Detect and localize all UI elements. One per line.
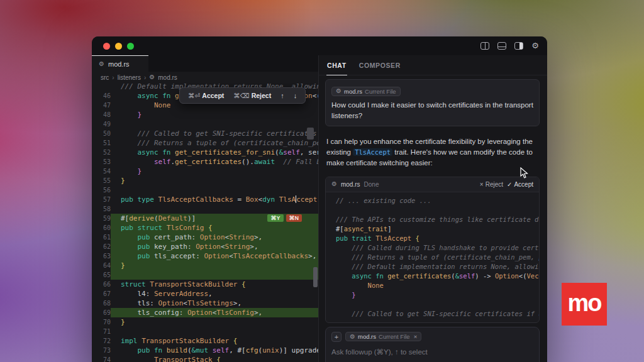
code-line: 59#[derive(Default)]⌘Y⌘N xyxy=(92,214,318,223)
code-line: None xyxy=(336,281,539,290)
previous-diff-arrow-icon[interactable]: ↑ xyxy=(280,92,284,99)
line-number: 61 xyxy=(92,233,111,242)
rust-file-icon: ⚙ xyxy=(149,74,155,80)
chat-input-placeholder[interactable]: Ask followup (⌘Y), ↑ to select xyxy=(331,348,533,356)
line-number: 64 xyxy=(92,261,111,270)
mo-logo: mo xyxy=(562,283,607,326)
chat-input-card[interactable]: + ⚙ mod.rs Current File × Ask followup (… xyxy=(325,327,540,362)
inline-code-tlsaccept: TlsAccept xyxy=(353,148,392,156)
accept-code-button[interactable]: ✓Accept xyxy=(507,181,533,188)
line-number: 70 xyxy=(92,317,111,327)
breadcrumb-src[interactable]: src xyxy=(101,74,109,81)
code-line: 49 xyxy=(92,119,318,129)
rust-file-icon: ⚙ xyxy=(99,61,104,67)
diff-shortcut-badges: ⌘Y⌘N xyxy=(267,214,302,222)
code-line: 70} xyxy=(92,317,318,327)
chip-filename: mod.rs xyxy=(344,88,362,95)
accept-diff-button[interactable]: ⌘⏎Accept xyxy=(188,92,224,99)
line-number: 73 xyxy=(92,346,111,355)
chip-filename: mod.rs xyxy=(358,333,376,340)
line-number: 46 xyxy=(92,91,111,101)
tab-mod-rs[interactable]: ⚙ mod.rs xyxy=(92,55,148,72)
zoom-window-button[interactable] xyxy=(127,43,134,50)
settings-gear-icon[interactable]: ⚙ xyxy=(531,42,539,50)
close-icon: × xyxy=(480,181,484,188)
code-card-status: Done xyxy=(364,181,379,188)
line-number: 67 xyxy=(92,289,111,299)
line-number: 55 xyxy=(92,176,111,185)
code-line: 73 pub fn build(&mut self, #[cfg(unix)] … xyxy=(92,346,318,355)
code-line xyxy=(336,206,539,215)
add-context-button[interactable]: + xyxy=(331,332,341,342)
line-number: 52 xyxy=(92,148,111,157)
traffic-lights xyxy=(92,43,134,50)
next-diff-arrow-icon[interactable]: ↓ xyxy=(294,92,297,99)
code-line: 66struct TransportStackBuilder { xyxy=(92,280,318,289)
breadcrumb-listeners[interactable]: listeners xyxy=(118,74,141,81)
reject-shortcut: ⌘⌫ xyxy=(233,92,249,99)
code-card-header: ⚙ mod.rs Done ×Reject ✓Accept xyxy=(326,177,539,192)
line-number: 62 xyxy=(92,242,111,251)
line-number: 59 xyxy=(92,214,111,223)
code-line: 56 xyxy=(92,185,318,195)
code-line: async fn get_certificates(&self) -> Opti… xyxy=(336,272,539,281)
titlebar: ⚙ xyxy=(92,36,547,55)
code-line: 57pub type TlsAcceptCallbacks = Box<dyn … xyxy=(92,195,318,204)
chat-scroll-area[interactable]: ⚙ mod.rs Current File How could I make i… xyxy=(319,75,547,362)
breadcrumb-mod-rs[interactable]: mod.rs xyxy=(158,74,177,81)
code-line: 69 tls_config: Option<TlsConfig>, xyxy=(92,308,318,317)
code-line: /// Called to get SNI-specific certifica… xyxy=(336,309,539,319)
accept-shortcut: ⌘⏎ xyxy=(188,92,200,99)
breadcrumb-separator: › xyxy=(144,74,146,81)
code-line: /// The APIs to customize things like ce… xyxy=(336,215,539,224)
code-line: 65 xyxy=(92,270,318,280)
split-editor-icon[interactable] xyxy=(480,42,489,50)
tab-composer[interactable]: COMPOSER xyxy=(358,62,401,75)
toggle-panel-icon[interactable] xyxy=(497,42,506,50)
breadcrumb[interactable]: src › listeners › ⚙ mod.rs xyxy=(92,72,318,83)
line-number: 72 xyxy=(92,336,111,346)
breadcrumb-separator: › xyxy=(112,74,114,81)
code-line: 53 self.get_certificates().await // Fall… xyxy=(92,157,318,167)
code-line: pub trait TlsAccept { xyxy=(336,234,539,243)
code-card-filename: mod.rs xyxy=(341,181,360,188)
remove-chip-icon[interactable]: × xyxy=(414,333,418,340)
code-line: 51 /// Returns a tuple of (certificate_c… xyxy=(92,138,318,148)
mouse-cursor xyxy=(520,167,528,179)
tab-chat[interactable]: CHAT xyxy=(326,62,347,75)
code-line: 55} xyxy=(92,176,318,185)
code-line: // ... existing code ... xyxy=(336,196,539,206)
line-number: 51 xyxy=(92,138,111,148)
rust-file-icon: ⚙ xyxy=(350,334,355,340)
code-line: 67 l4: ServerAddress, xyxy=(92,289,318,299)
line-number: 60 xyxy=(92,223,111,233)
context-chip-row: + ⚙ mod.rs Current File × xyxy=(331,332,533,342)
inline-diff-widget: ⌘⏎Accept ⌘⌫Reject ↑ ↓ xyxy=(179,87,306,104)
line-number: 68 xyxy=(92,299,111,308)
line-number xyxy=(92,83,111,91)
line-number: 69 xyxy=(92,308,111,317)
code-line: 60pub struct TlsConfig { xyxy=(92,223,318,233)
close-window-button[interactable] xyxy=(103,43,110,50)
mo-logo-text: mo xyxy=(568,291,601,317)
line-number: 58 xyxy=(92,204,111,214)
minimize-window-button[interactable] xyxy=(115,43,122,50)
reject-diff-badge[interactable]: ⌘N xyxy=(286,214,303,222)
line-number: 57 xyxy=(92,195,111,204)
line-number: 63 xyxy=(92,251,111,261)
reject-code-button[interactable]: ×Reject xyxy=(480,181,503,188)
input-current-file-chip[interactable]: ⚙ mod.rs Current File × xyxy=(345,332,421,341)
line-number: 50 xyxy=(92,129,111,138)
accept-diff-badge[interactable]: ⌘Y xyxy=(267,214,283,222)
editor-scrollbar-thumb[interactable] xyxy=(313,267,318,287)
code-editor[interactable]: /// Default implementation returns None,… xyxy=(92,83,318,362)
tab-label: mod.rs xyxy=(108,60,130,68)
toggle-sidebar-right-icon[interactable] xyxy=(514,42,523,50)
reject-diff-button[interactable]: ⌘⌫Reject xyxy=(233,92,271,99)
code-line: 63 pub tls_accept: Option<TlsAcceptCallb… xyxy=(92,251,318,261)
code-line: 50 /// Called to get SNI-specific certif… xyxy=(92,129,318,138)
current-file-chip[interactable]: ⚙ mod.rs Current File xyxy=(331,87,401,96)
editor-scroll-decoration[interactable] xyxy=(307,128,314,140)
suggested-code-card: ⚙ mod.rs Done ×Reject ✓Accept // ... exi… xyxy=(325,177,540,323)
code-line: 72impl TransportStackBuilder { xyxy=(92,336,318,346)
